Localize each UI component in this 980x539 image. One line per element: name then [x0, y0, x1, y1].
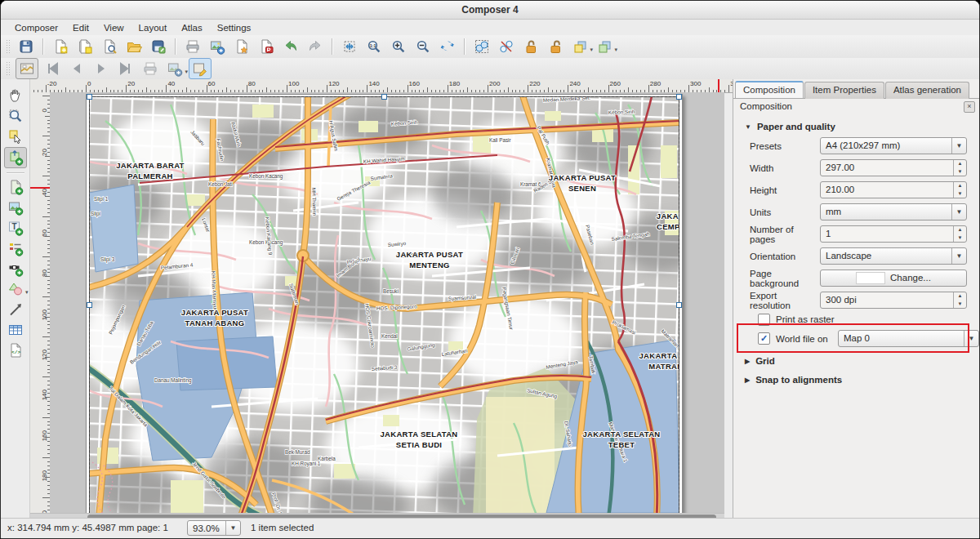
ruler-label: 100 — [288, 80, 299, 87]
open-button[interactable] — [123, 37, 145, 56]
raise-items-dropdown-button[interactable]: ▾ — [569, 37, 590, 56]
spin-down-icon[interactable]: ▼ — [954, 168, 966, 176]
add-image-button[interactable] — [5, 198, 26, 217]
manage-composers-button[interactable] — [99, 37, 120, 56]
spin-down-icon[interactable]: ▼ — [954, 234, 966, 243]
add-table-button[interactable] — [5, 320, 26, 340]
add-label-button[interactable]: T — [5, 218, 26, 238]
zoom-level-combo[interactable]: 93.0% ▼ — [187, 520, 241, 536]
spin-up-icon[interactable]: ▲ — [954, 182, 966, 190]
units-combo[interactable]: mm▼ — [820, 203, 967, 220]
pan-button[interactable] — [5, 86, 26, 105]
redo-button[interactable] — [305, 37, 326, 56]
add-image-icon — [7, 199, 24, 216]
first-feature-button[interactable] — [42, 59, 63, 78]
spin-up-icon[interactable]: ▲ — [954, 226, 966, 234]
last-feature-button[interactable] — [115, 59, 136, 78]
tab-composition[interactable]: Composition — [735, 81, 804, 98]
menu-atlas[interactable]: Atlas — [174, 21, 210, 34]
new-composition-button[interactable] — [50, 37, 71, 56]
section-paper-and-quality[interactable]: ▼Paper and quality — [733, 117, 979, 135]
map-item[interactable]: Kebon SirihKebon SirihMedan Merdeka Sel.… — [89, 96, 679, 513]
spin-buttons[interactable]: ▲▼ — [953, 160, 966, 176]
unlock-items-button[interactable] — [545, 37, 566, 56]
section-snap-to-alignments[interactable]: ▶Snap to alignments — [733, 368, 979, 387]
spin-up-icon[interactable]: ▲ — [954, 160, 966, 168]
number-of-pages-spinbox[interactable]: 1▲▼ — [820, 225, 967, 243]
add-legend-button[interactable] — [5, 238, 26, 258]
zoom-in-button[interactable] — [388, 37, 409, 56]
orientation-value: Landscape — [826, 251, 871, 261]
ruler-cursor-marker — [30, 187, 50, 189]
height-spinbox[interactable]: 210.00▲▼ — [820, 181, 967, 198]
atlas-settings-button[interactable] — [189, 58, 212, 79]
save-button[interactable] — [16, 37, 37, 56]
spin-down-icon[interactable]: ▼ — [954, 301, 966, 309]
undo-button[interactable] — [280, 37, 301, 56]
zoom-out-button[interactable] — [412, 37, 434, 56]
zoom-one-to-one-button[interactable]: 1:1 — [363, 37, 385, 56]
menu-settings[interactable]: Settings — [210, 21, 259, 34]
chevron-down-icon: ▾ — [25, 289, 29, 296]
print-atlas-button[interactable] — [140, 59, 161, 78]
refresh-button[interactable] — [437, 37, 458, 56]
row-number-of-pages: Number of pages1▲▼ — [733, 223, 979, 245]
spin-up-icon[interactable]: ▲ — [954, 292, 966, 301]
selection-handle[interactable] — [676, 94, 682, 100]
print-as-raster-checkbox[interactable] — [758, 314, 770, 326]
selection-handle[interactable] — [381, 94, 387, 100]
selection-handle[interactable] — [87, 302, 92, 308]
zoom-tool-button[interactable] — [5, 106, 26, 126]
ruler-tick — [42, 96, 50, 96]
lock-items-button[interactable] — [520, 37, 541, 56]
align-items-dropdown-button[interactable]: ▾ — [594, 37, 615, 56]
select-move-item-button[interactable] — [5, 127, 26, 146]
ruler-label: 120 — [328, 80, 339, 87]
close-icon[interactable]: × — [964, 101, 975, 113]
presets-combo[interactable]: A4 (210x297 mm)▼ — [820, 137, 967, 154]
row-orientation: OrientationLandscape▼ — [733, 245, 979, 267]
add-map-button[interactable] — [5, 177, 26, 197]
previous-feature-button[interactable] — [66, 59, 87, 78]
first-feature-icon — [44, 60, 60, 77]
spin-buttons[interactable]: ▲▼ — [953, 226, 966, 242]
selection-handle[interactable] — [87, 94, 92, 100]
export-image-button[interactable] — [207, 37, 228, 56]
menu-edit[interactable]: Edit — [65, 21, 96, 34]
print-button[interactable] — [182, 37, 203, 56]
tab-atlas-generation[interactable]: Atlas generation — [885, 82, 969, 99]
add-scalebar-button[interactable] — [5, 259, 26, 278]
export-pdf-button[interactable] — [256, 37, 277, 56]
tab-item-properties[interactable]: Item Properties — [804, 82, 884, 99]
world-file-on-checkbox[interactable]: ✓ — [758, 332, 770, 345]
duplicate-composition-button[interactable] — [74, 37, 96, 56]
add-html-button[interactable]: </> — [5, 341, 26, 360]
width-spinbox[interactable]: 297.00▲▼ — [820, 159, 967, 176]
orientation-combo[interactable]: Landscape▼ — [820, 247, 967, 265]
title-bar[interactable]: Composer 4 — [1, 1, 979, 20]
add-arrow-button[interactable] — [5, 300, 26, 319]
section-label: Grid — [755, 356, 775, 366]
ungroup-items-button[interactable] — [496, 37, 517, 56]
menu-composer[interactable]: Composer — [7, 21, 65, 34]
spin-down-icon[interactable]: ▼ — [954, 190, 966, 198]
export-atlas-dropdown-button[interactable]: ▾ — [164, 59, 185, 78]
add-shape-dropdown-button[interactable]: ▾ — [5, 279, 26, 299]
section-grid[interactable]: ▶Grid — [733, 350, 979, 368]
zoom-full-button[interactable] — [339, 37, 360, 56]
atlas-preview-button[interactable] — [16, 58, 38, 79]
group-items-button[interactable] — [471, 37, 492, 56]
menu-layout[interactable]: Layout — [131, 21, 175, 34]
save-as-button[interactable] — [148, 37, 169, 56]
composer-canvas[interactable]: Kebon SirihKebon SirihMedan Merdeka Sel.… — [50, 92, 724, 513]
selection-handle[interactable] — [676, 302, 682, 308]
export-resolution-spinbox[interactable]: 300 dpi▲▼ — [820, 292, 967, 309]
next-feature-button[interactable] — [91, 59, 112, 78]
export-svg-button[interactable] — [231, 37, 252, 56]
menu-view[interactable]: View — [96, 21, 131, 34]
page-background-change-button[interactable]: Change... — [820, 270, 967, 287]
move-item-content-button[interactable] — [4, 147, 27, 168]
spin-buttons[interactable]: ▲▼ — [953, 182, 966, 198]
spin-buttons[interactable]: ▲▼ — [953, 292, 966, 308]
world-file-on-combo[interactable]: Map 0▼ — [838, 330, 979, 347]
